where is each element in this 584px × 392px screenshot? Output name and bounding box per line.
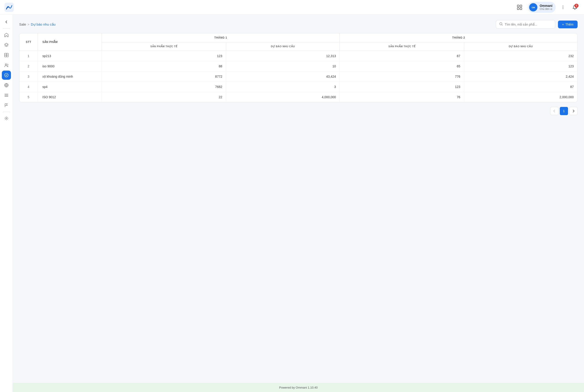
cell-product: iso 9000 [38, 61, 102, 72]
svg-rect-11 [6, 53, 8, 55]
cell-m2-actual: 776 [340, 72, 464, 82]
prev-page-button[interactable] [550, 107, 558, 115]
user-role: Chủ đơn vị [540, 8, 552, 10]
cell-m1-actual: 123 [102, 51, 226, 61]
cell-m1-actual: 8772 [102, 72, 226, 82]
header-left [4, 3, 14, 12]
footer: Powered by Ommani 1.10.40 [13, 383, 584, 392]
data-table: STT SẢN PHẨM THÁNG 1 THÁNG 2 SẢN PHẨM TH… [19, 33, 578, 102]
pagination: 1 [19, 107, 578, 115]
search-box[interactable] [496, 20, 555, 28]
breadcrumb: Sale > Dự báo nhu cầu [19, 22, 56, 26]
top-header: OМ Ommani Chủ đơn vị 5 [0, 0, 584, 14]
svg-rect-12 [4, 55, 6, 57]
cell-m2-forecast: 87 [464, 82, 577, 92]
breadcrumb-current: Dự báo nhu cầu [31, 22, 56, 26]
cell-m1-forecast: 43,424 [226, 72, 340, 82]
table-row: 1 sp213 123 12,313 87 232 [20, 51, 577, 61]
cell-product: sp213 [38, 51, 102, 61]
sidebar-collapse-button[interactable] [2, 17, 11, 26]
cell-m2-forecast: 2,000,000 [464, 92, 577, 102]
breadcrumb-separator: > [28, 22, 30, 26]
add-icon: + [562, 22, 564, 26]
sidebar-divider-2 [3, 112, 10, 112]
notification-badge: 5 [574, 4, 578, 8]
col-header-m2-forecast: DỰ BÁO NHU CẦU [464, 42, 577, 51]
cell-m1-forecast: 4,000,000 [226, 92, 340, 102]
sidebar-item-stack[interactable] [2, 91, 11, 100]
table-row: 4 sp4 7682 3 123 87 [20, 82, 577, 92]
sidebar-item-home[interactable] [2, 30, 11, 40]
cell-stt: 3 [20, 72, 38, 82]
svg-rect-1 [517, 5, 519, 7]
cell-stt: 5 [20, 92, 38, 102]
sidebar-item-layers[interactable] [2, 40, 11, 50]
logo[interactable] [4, 3, 14, 12]
add-button-label: Thêm [565, 22, 574, 26]
cell-product: ISO 9012 [38, 92, 102, 102]
col-header-month1: THÁNG 1 [102, 33, 340, 42]
col-header-month2: THÁNG 2 [340, 33, 577, 42]
sidebar [0, 14, 13, 392]
sidebar-item-settings[interactable] [2, 114, 11, 123]
user-profile[interactable]: OМ Ommani Chủ đơn vị [528, 2, 556, 13]
cell-stt: 2 [20, 61, 38, 72]
col-header-m1-forecast: DỰ BÁO NHU CẦU [226, 42, 340, 51]
page-1-button[interactable]: 1 [560, 107, 568, 115]
col-header-m1-actual: SẢN PHẨM THỰC TẾ [102, 42, 226, 51]
more-options-button[interactable] [559, 4, 567, 11]
sidebar-divider-1 [3, 28, 10, 28]
table-row: 2 iso 9000 88 10 65 123 [20, 61, 577, 72]
cell-product: sp4 [38, 82, 102, 92]
user-name: Ommani [540, 4, 552, 8]
col-header-product: SẢN PHẨM [38, 33, 102, 51]
search-input[interactable] [505, 22, 552, 26]
svg-point-14 [5, 64, 7, 65]
cell-m2-forecast: 2,424 [464, 72, 577, 82]
cell-m1-actual: 22 [102, 92, 226, 102]
cell-m1-forecast: 12,313 [226, 51, 340, 61]
svg-rect-3 [517, 8, 519, 10]
user-info: Ommani Chủ đơn vị [540, 4, 552, 10]
cell-m1-actual: 88 [102, 61, 226, 72]
svg-point-9 [563, 8, 564, 9]
main-content: Sale > Dự báo nhu cầu + Thêm [13, 14, 584, 383]
sidebar-item-sale[interactable] [2, 70, 11, 80]
cell-m2-forecast: 123 [464, 61, 577, 72]
cell-m2-forecast: 232 [464, 51, 577, 61]
page-header: Sale > Dự báo nhu cầu + Thêm [19, 20, 578, 28]
svg-rect-10 [4, 53, 6, 55]
cell-m1-actual: 7682 [102, 82, 226, 92]
sidebar-item-users[interactable] [2, 60, 11, 70]
cell-stt: 1 [20, 51, 38, 61]
cell-product: xịt khoáng dũng minh [38, 72, 102, 82]
sidebar-item-globe[interactable] [2, 81, 11, 90]
header-right: OМ Ommani Chủ đơn vị 5 [515, 2, 580, 13]
page-actions: + Thêm [496, 20, 578, 28]
cell-stt: 4 [20, 82, 38, 92]
sidebar-item-tag[interactable] [2, 50, 11, 60]
notification-button[interactable]: 5 [570, 3, 580, 12]
next-page-button[interactable] [570, 107, 578, 115]
cell-m2-actual: 76 [340, 92, 464, 102]
table-row: 3 xịt khoáng dũng minh 8772 43,424 776 2… [20, 72, 577, 82]
svg-point-17 [6, 118, 7, 119]
svg-text:OМ: OМ [532, 6, 535, 9]
sidebar-item-flag[interactable] [2, 101, 11, 110]
svg-rect-4 [520, 8, 522, 10]
cell-m1-forecast: 3 [226, 82, 340, 92]
table-row: 5 ISO 9012 22 4,000,000 76 2,000,000 [20, 92, 577, 102]
cell-m2-actual: 65 [340, 61, 464, 72]
add-button[interactable]: + Thêm [558, 20, 578, 28]
user-avatar: OМ [529, 3, 538, 12]
cell-m2-actual: 123 [340, 82, 464, 92]
svg-rect-13 [6, 55, 8, 57]
svg-point-8 [563, 7, 564, 8]
breadcrumb-sale[interactable]: Sale [19, 22, 26, 26]
grid-view-button[interactable] [515, 3, 524, 12]
cell-m2-actual: 87 [340, 51, 464, 61]
footer-text: Powered by Ommani 1.10.40 [279, 386, 318, 389]
col-header-stt: STT [20, 33, 38, 51]
svg-rect-2 [520, 5, 522, 7]
svg-point-7 [563, 6, 564, 6]
